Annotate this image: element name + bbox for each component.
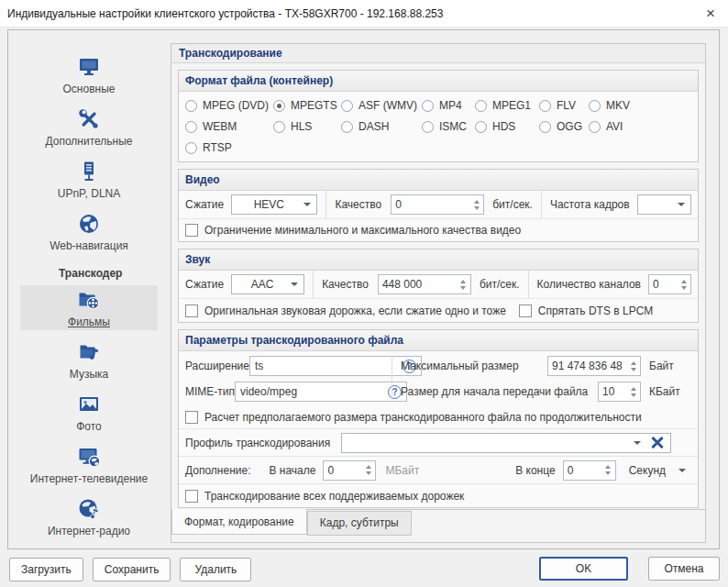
spin-up-icon[interactable]: [681, 280, 687, 283]
sidebar-item-internet-radio[interactable]: Интернет-радио: [20, 494, 158, 539]
sidebar-item-label: Дополнительные: [46, 135, 133, 148]
tab-frame-subtitles[interactable]: Кадр, субтитры: [307, 511, 412, 536]
radio-webm[interactable]: WEBM: [185, 120, 273, 133]
spin-up-icon[interactable]: [631, 387, 636, 391]
mime-input[interactable]: [240, 385, 382, 398]
profile-combobox[interactable]: [341, 433, 671, 453]
begin-label: В начале: [269, 464, 315, 477]
channels-input[interactable]: [649, 275, 677, 294]
radio-flv[interactable]: FLV: [539, 99, 589, 112]
audio-quality-spinner[interactable]: [378, 274, 471, 294]
end-unit-combobox[interactable]: Секунд: [623, 460, 691, 481]
ok-button[interactable]: OK: [539, 557, 628, 581]
radio-mpegts[interactable]: MPEGTS: [273, 99, 341, 112]
estimate-size-checkbox[interactable]: [185, 411, 198, 424]
load-button[interactable]: Загрузить: [9, 558, 83, 581]
radio-hls[interactable]: HLS: [273, 120, 341, 133]
spin-down-icon[interactable]: [460, 286, 466, 290]
spin-down-icon[interactable]: [366, 471, 371, 475]
radio-circle: [589, 121, 601, 133]
all-tracks-checkbox[interactable]: [185, 490, 198, 503]
begin-spinner[interactable]: [323, 460, 376, 481]
begin-input[interactable]: [324, 461, 361, 480]
help-icon[interactable]: ?: [388, 385, 402, 399]
spin-down-icon[interactable]: [631, 368, 636, 371]
tools-icon: [77, 107, 101, 131]
chevron-down-icon: [291, 282, 298, 286]
sidebar-item-label: Основные: [63, 83, 116, 95]
audio-compression-combobox[interactable]: AAC: [231, 274, 304, 294]
radio-label: HDS: [492, 120, 515, 133]
audio-compression-label: Сжатие: [185, 278, 224, 291]
channels-spinner[interactable]: [648, 274, 691, 294]
start-size-input[interactable]: [599, 382, 626, 401]
radio-circle: [589, 100, 601, 112]
max-size-spinner[interactable]: [547, 356, 641, 376]
sidebar-item-advanced[interactable]: Дополнительные: [20, 105, 158, 150]
radio-ismc[interactable]: ISMC: [422, 120, 475, 133]
server-icon: [77, 160, 101, 183]
video-quality-spinner[interactable]: [391, 194, 484, 215]
spin-down-icon[interactable]: [474, 206, 480, 210]
extension-field[interactable]: ?: [249, 356, 422, 376]
radio-mp4[interactable]: MP4: [422, 99, 475, 112]
dts-lpcm-checkbox[interactable]: [519, 305, 532, 317]
audio-quality-input[interactable]: [379, 275, 457, 294]
video-quality-input[interactable]: [392, 195, 469, 214]
original-track-checkbox[interactable]: [185, 305, 198, 317]
sidebar-item-internet-tv[interactable]: Интернет-телевидение: [20, 442, 158, 487]
delete-button[interactable]: Удалить: [180, 558, 251, 581]
video-limit-checkbox[interactable]: [185, 224, 198, 237]
spin-up-icon[interactable]: [460, 280, 466, 283]
radio-mpeg1[interactable]: MPEG1: [475, 99, 539, 112]
radio-avi[interactable]: AVI: [589, 120, 691, 133]
close-icon[interactable]: ×: [700, 4, 721, 24]
radio-label: ASF (WMV): [358, 99, 417, 112]
framerate-combobox[interactable]: [637, 194, 691, 215]
sidebar-item-main[interactable]: Основные: [20, 52, 158, 97]
extension-label: Расширение: [185, 360, 249, 372]
radio-rtsp[interactable]: RTSP: [185, 141, 273, 154]
radio-mpeg-dvd[interactable]: MPEG (DVD): [185, 99, 273, 112]
cancel-button[interactable]: Отмена: [648, 557, 720, 581]
save-button[interactable]: Сохранить: [93, 558, 171, 581]
radio-circle: [475, 121, 487, 133]
format-group-title: Формат файла (контейнер): [179, 71, 698, 92]
start-size-spinner[interactable]: [598, 382, 641, 402]
radio-hds[interactable]: HDS: [475, 120, 539, 133]
sidebar-item-movies[interactable]: Фильмы: [20, 285, 158, 330]
end-spinner[interactable]: [563, 460, 616, 481]
spin-up-icon[interactable]: [631, 361, 636, 365]
globe-icon: [77, 212, 101, 236]
sidebar-item-upnp-dlna[interactable]: UPnP, DLNA: [20, 157, 158, 202]
spin-down-icon[interactable]: [605, 471, 611, 475]
radio-ogg[interactable]: OGG: [539, 120, 589, 133]
spin-up-icon[interactable]: [366, 465, 371, 469]
format-radio-grid: MPEG (DVD) MPEGTS ASF (WMV) MP4 MPEG1 FL…: [179, 92, 698, 161]
file-params-columns: Расширение ? MIME-тип ?: [179, 351, 698, 406]
video-group: Видео Сжатие HEVC Качество бит/сек. Част…: [178, 169, 699, 242]
sidebar-item-web-navigation[interactable]: Web-навигация: [20, 209, 158, 254]
radio-dash[interactable]: DASH: [341, 120, 422, 133]
spin-up-icon[interactable]: [474, 200, 480, 204]
tab-format-encoding[interactable]: Формат, кодирование: [171, 509, 307, 535]
video-compression-combobox[interactable]: HEVC: [231, 194, 317, 215]
sidebar-item-photo[interactable]: Фото: [20, 390, 158, 435]
mime-field[interactable]: ?: [235, 382, 407, 402]
divider: [541, 191, 542, 218]
max-size-input[interactable]: [548, 357, 626, 375]
transcoding-panel: Транскодирование Формат файла (контейнер…: [171, 43, 706, 543]
radio-mkv[interactable]: MKV: [589, 99, 691, 112]
spin-down-icon[interactable]: [681, 286, 687, 290]
sidebar-item-music[interactable]: Музыка: [20, 338, 158, 382]
clear-profile-icon[interactable]: [651, 437, 664, 449]
radio-asf-wmv[interactable]: ASF (WMV): [341, 99, 422, 112]
spin-down-icon[interactable]: [631, 393, 636, 397]
chevron-down-icon: [303, 203, 311, 206]
spin-up-icon[interactable]: [605, 465, 611, 469]
audio-compression-value: AAC: [251, 278, 274, 291]
extension-input[interactable]: [255, 360, 397, 372]
end-input[interactable]: [564, 461, 601, 480]
radio-label: MP4: [439, 99, 462, 112]
monitor-icon: [77, 55, 101, 79]
